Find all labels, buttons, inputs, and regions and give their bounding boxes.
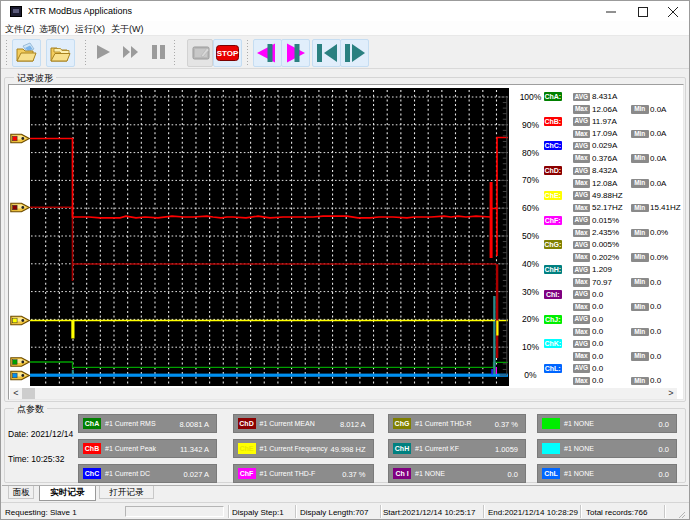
svg-text:STOP: STOP xyxy=(217,49,239,58)
